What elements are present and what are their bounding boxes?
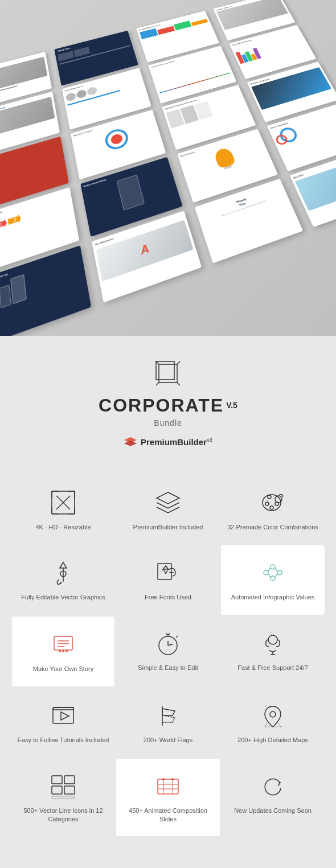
tutorials-icon bbox=[48, 701, 78, 730]
feature-fonts-label: Free Fonts Used bbox=[145, 593, 191, 602]
feature-4k: 4K - HD - Resizable bbox=[11, 475, 115, 544]
feature-support: Fast & Free Support 24/7 bbox=[221, 616, 325, 687]
pen-icon bbox=[48, 558, 78, 587]
svg-marker-19 bbox=[157, 492, 179, 504]
svg-point-33 bbox=[277, 570, 282, 575]
feature-maps: 200+ High Detailed Maps bbox=[221, 688, 325, 757]
premium-builder-icon bbox=[124, 437, 137, 447]
product-title: CORPORATE bbox=[99, 395, 224, 416]
fonts-icon bbox=[153, 558, 183, 587]
map-icon bbox=[258, 701, 288, 730]
feature-flags-label: 200+ World Flags bbox=[144, 736, 192, 744]
svg-point-24 bbox=[270, 506, 273, 509]
svg-point-71 bbox=[162, 778, 165, 780]
svg-rect-66 bbox=[158, 779, 178, 794]
feature-animated: 450+ Animated Composition Slides bbox=[116, 759, 220, 837]
svg-rect-56 bbox=[53, 707, 73, 710]
icons-icon bbox=[48, 771, 78, 801]
feature-flags: 200+ World Flags bbox=[116, 688, 220, 757]
svg-line-38 bbox=[275, 574, 277, 577]
svg-line-3 bbox=[177, 382, 180, 385]
svg-line-51 bbox=[176, 636, 178, 637]
slides-grid: Your Br... "What Our... Meeting Ana bbox=[0, 0, 336, 336]
svg-line-35 bbox=[268, 568, 271, 571]
layers-icon bbox=[153, 488, 183, 517]
svg-rect-62 bbox=[64, 776, 75, 784]
updates-icon bbox=[258, 771, 288, 801]
svg-marker-7 bbox=[124, 441, 137, 446]
feature-vector-label: Fully Editable Vector Graphics bbox=[21, 593, 105, 602]
svg-point-23 bbox=[265, 502, 269, 505]
svg-point-31 bbox=[264, 570, 268, 575]
svg-point-43 bbox=[59, 650, 61, 652]
svg-point-34 bbox=[271, 576, 275, 581]
svg-point-44 bbox=[62, 650, 64, 652]
product-section: CORPORATEV.5 Bundle PremiumBuilderv2 bbox=[0, 336, 336, 464]
feature-vector: Fully Editable Vector Graphics bbox=[11, 545, 115, 614]
feature-maps-label: 200+ High Detailed Maps bbox=[237, 736, 308, 744]
svg-point-45 bbox=[65, 650, 68, 652]
svg-rect-65 bbox=[52, 796, 75, 799]
feature-support-label: Fast & Free Support 24/7 bbox=[237, 664, 308, 672]
cube-icon bbox=[153, 359, 183, 388]
hero-section: Your Br... "What Our... Meeting Ana bbox=[0, 0, 336, 336]
feature-easy-label: Simple & Easy to Edit bbox=[138, 664, 198, 672]
feature-colors-label: 32 Premade Color Combinations bbox=[227, 523, 318, 532]
svg-point-32 bbox=[271, 565, 275, 569]
timer-icon bbox=[153, 628, 183, 658]
svg-point-22 bbox=[268, 495, 271, 499]
feature-premium-label: PremiumBuilder Included bbox=[133, 523, 203, 532]
svg-line-36 bbox=[275, 568, 277, 571]
animated-icon bbox=[153, 771, 183, 801]
premium-builder-text: PremiumBuilderv2 bbox=[141, 437, 212, 447]
feature-easy: Simple & Easy to Edit bbox=[116, 616, 220, 687]
svg-line-50 bbox=[168, 644, 173, 645]
feature-colors: 32 Premade Color Combinations bbox=[221, 475, 325, 544]
feature-infographic-label: Automated Infographic Values bbox=[231, 593, 315, 602]
svg-rect-63 bbox=[52, 786, 62, 794]
feature-4k-label: 4K - HD - Resizable bbox=[35, 523, 91, 532]
svg-point-72 bbox=[171, 778, 174, 780]
svg-rect-39 bbox=[54, 636, 72, 650]
feature-animated-label: 450+ Animated Composition Slides bbox=[122, 807, 214, 824]
feature-icons-label: 500+ Vector Line Icons in 12 Categories bbox=[17, 807, 109, 824]
feature-tutorials: Easy to Follow Tutorials Included bbox=[11, 688, 115, 757]
feature-icons: 500+ Vector Line Icons in 12 Categories bbox=[11, 759, 115, 837]
palette-icon bbox=[258, 488, 288, 517]
svg-rect-61 bbox=[52, 776, 62, 784]
product-title-container: CORPORATEV.5 bbox=[11, 395, 325, 416]
support-icon bbox=[258, 628, 288, 658]
feature-infographic: Automated Infographic Values bbox=[221, 545, 325, 614]
feature-tutorials-label: Easy to Follow Tutorials Included bbox=[18, 736, 109, 744]
story-icon bbox=[48, 630, 78, 659]
svg-line-2 bbox=[177, 361, 180, 364]
feature-story-label: Make Your Own Story bbox=[33, 665, 93, 673]
brand-logo bbox=[11, 359, 325, 388]
svg-rect-64 bbox=[64, 786, 75, 794]
feature-fonts: Free Fonts Used bbox=[116, 545, 220, 614]
resize-icon bbox=[48, 488, 78, 517]
feature-premium: PremiumBuilder Included bbox=[116, 475, 220, 544]
svg-point-59 bbox=[270, 711, 276, 717]
svg-line-4 bbox=[156, 382, 159, 385]
svg-line-37 bbox=[268, 574, 271, 577]
product-version: V.5 bbox=[226, 401, 237, 410]
features-grid: 4K - HD - Resizable PremiumBuilder Inclu… bbox=[0, 464, 336, 848]
svg-point-52 bbox=[268, 635, 277, 644]
slides-preview: Your Br... "What Our... Meeting Ana bbox=[0, 0, 336, 336]
svg-marker-57 bbox=[61, 712, 69, 720]
feature-story: Make Your Own Story bbox=[11, 616, 115, 687]
feature-updates: New Updates Coming Soon bbox=[221, 759, 325, 837]
flag-icon bbox=[153, 701, 183, 730]
premium-builder-badge: PremiumBuilderv2 bbox=[124, 437, 212, 447]
product-subtitle: Bundle bbox=[11, 418, 325, 427]
infographic-icon bbox=[258, 558, 288, 587]
feature-updates-label: New Updates Coming Soon bbox=[234, 807, 312, 815]
